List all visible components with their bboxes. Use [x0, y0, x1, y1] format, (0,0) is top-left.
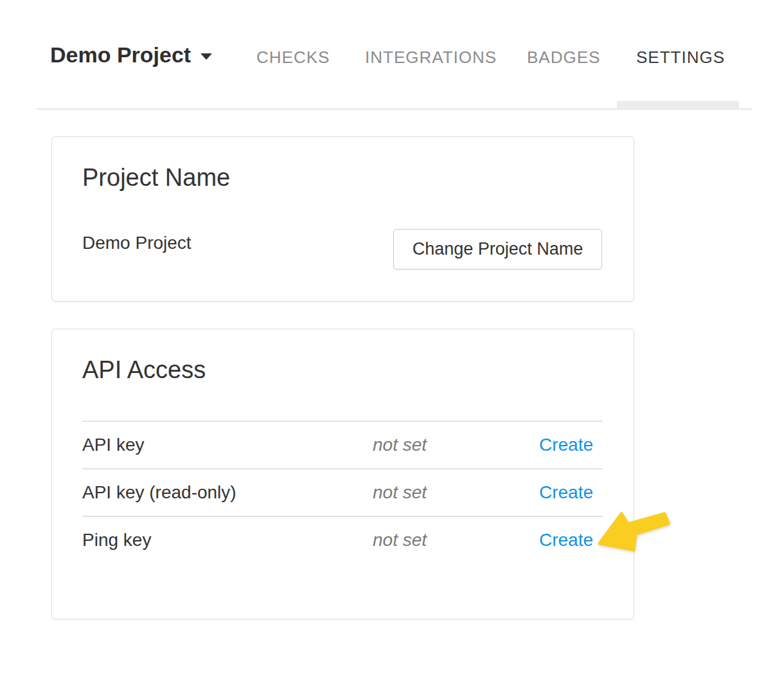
table-row-api-key-readonly: API key (read-only) not set Create	[82, 468, 603, 516]
project-name-card-title: Project Name	[82, 163, 230, 192]
tab-settings[interactable]: SETTINGS	[636, 47, 725, 68]
row-label: API key (read-only)	[82, 482, 373, 503]
nav-divider	[37, 108, 753, 110]
project-name-card: Project Name Demo Project Change Project…	[51, 136, 634, 302]
caret-down-icon	[200, 53, 212, 60]
create-api-key-readonly-link[interactable]: Create	[539, 482, 593, 502]
tab-checks[interactable]: CHECKS	[256, 47, 330, 68]
api-access-table: API key not set Create API key (read-onl…	[82, 421, 603, 563]
create-api-key-link[interactable]: Create	[539, 435, 593, 455]
row-label: Ping key	[82, 530, 373, 550]
row-value: not set	[373, 482, 529, 503]
tab-badges[interactable]: BADGES	[527, 47, 600, 68]
settings-page: Demo Project CHECKS INTEGRATIONS BADGES …	[0, 0, 784, 681]
change-project-name-button[interactable]: Change Project Name	[393, 229, 602, 269]
project-name-value: Demo Project	[82, 232, 192, 254]
row-value: not set	[373, 435, 529, 455]
row-value: not set	[373, 530, 529, 550]
create-ping-key-link[interactable]: Create	[539, 530, 593, 550]
tab-integrations[interactable]: INTEGRATIONS	[365, 47, 497, 68]
top-navbar: Demo Project CHECKS INTEGRATIONS BADGES …	[0, 0, 784, 110]
project-selector-label: Demo Project	[50, 41, 191, 68]
project-selector[interactable]: Demo Project	[50, 41, 212, 68]
table-row-ping-key: Ping key not set Create	[82, 516, 603, 563]
api-access-card: API Access API key not set Create API ke…	[51, 329, 634, 619]
row-label: API key	[82, 435, 373, 455]
table-row-api-key: API key not set Create	[82, 421, 603, 468]
api-access-card-title: API Access	[82, 355, 206, 385]
